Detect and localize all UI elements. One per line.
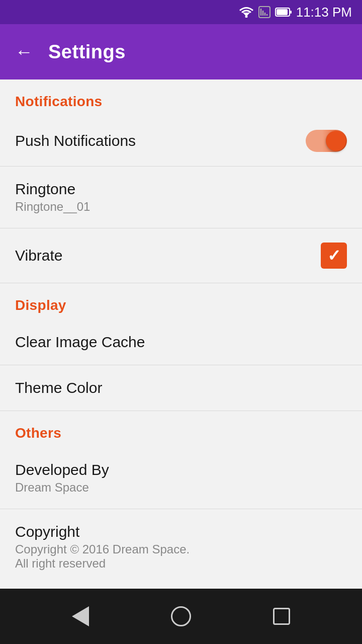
back-nav-icon [72, 606, 89, 626]
developed-by-label: Developed By [15, 461, 109, 478]
sim-icon [258, 6, 271, 19]
notifications-section-header: Notifications [0, 79, 362, 116]
status-bar: 11:13 PM [0, 0, 362, 24]
nav-home-button[interactable] [161, 596, 201, 636]
vibrate-checkbox[interactable]: ✓ [321, 243, 347, 269]
developed-by-row[interactable]: Developed By Dream Space [0, 447, 362, 509]
copyright-text: Copyright Copyright © 2016 Dream Space.A… [15, 523, 190, 571]
others-section-header: Others [0, 411, 362, 447]
checkmark-icon: ✓ [327, 248, 341, 264]
ringtone-text: Ringtone Ringtone__01 [15, 181, 90, 214]
nav-bar [0, 589, 362, 644]
status-time: 11:13 PM [296, 5, 352, 20]
display-section-header: Display [0, 283, 362, 319]
home-nav-icon [171, 606, 191, 626]
wifi-icon [239, 7, 254, 18]
push-notifications-label: Push Notifications [15, 132, 136, 149]
theme-color-row[interactable]: Theme Color [0, 365, 362, 411]
ringtone-label: Ringtone [15, 181, 90, 198]
app-bar: ← Settings [0, 24, 362, 79]
recent-nav-icon [273, 608, 290, 625]
back-button[interactable]: ← [15, 41, 33, 62]
theme-color-label: Theme Color [15, 379, 102, 396]
vibrate-label: Vibrate [15, 247, 63, 264]
developed-by-value: Dream Space [15, 480, 109, 495]
push-notifications-toggle[interactable] [306, 130, 347, 152]
status-icons: 11:13 PM [239, 5, 352, 20]
battery-icon [275, 7, 292, 17]
app-bar-title: Settings [48, 41, 126, 63]
copyright-value: Copyright © 2016 Dream Space.All right r… [15, 542, 190, 571]
settings-content: Notifications Push Notifications Rington… [0, 79, 362, 589]
copyright-row: Copyright Copyright © 2016 Dream Space.A… [0, 509, 362, 585]
developed-by-text: Developed By Dream Space [15, 461, 109, 495]
push-notifications-row[interactable]: Push Notifications [0, 116, 362, 167]
clear-image-cache-row[interactable]: Clear Image Cache [0, 319, 362, 365]
ringtone-row[interactable]: Ringtone Ringtone__01 [0, 167, 362, 228]
svg-rect-8 [277, 9, 288, 15]
toggle-knob [326, 131, 346, 151]
svg-point-1 [245, 16, 247, 18]
ringtone-value: Ringtone__01 [15, 200, 90, 214]
nav-recent-button[interactable] [261, 596, 302, 636]
clear-image-cache-label: Clear Image Cache [15, 334, 145, 351]
nav-back-button[interactable] [60, 596, 101, 636]
svg-rect-9 [290, 11, 292, 14]
vibrate-row[interactable]: Vibrate ✓ [0, 228, 362, 283]
copyright-label: Copyright [15, 523, 190, 540]
